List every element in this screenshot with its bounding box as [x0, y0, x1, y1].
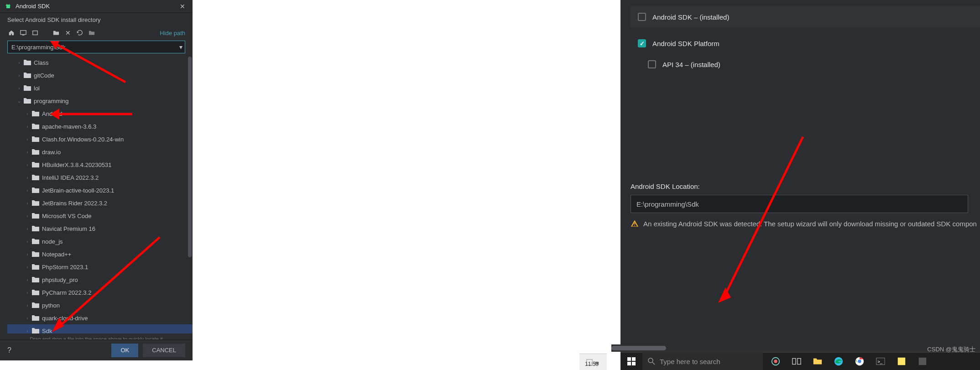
- chevron-right-icon[interactable]: ›: [24, 252, 31, 257]
- folder-icon: [32, 110, 39, 117]
- chevron-down-icon[interactable]: ⌄: [16, 99, 23, 104]
- chevron-right-icon[interactable]: ›: [24, 150, 31, 155]
- app-terminal-icon[interactable]: >_: [871, 352, 891, 370]
- tree-item[interactable]: ›IntelliJ IDEA 2022.3.2: [7, 171, 193, 184]
- new-folder-icon[interactable]: [52, 29, 60, 37]
- chevron-right-icon[interactable]: ›: [24, 316, 31, 321]
- sdk-component-row[interactable]: Android SDK Platform: [631, 33, 980, 54]
- app-generic-icon[interactable]: [912, 352, 933, 370]
- tree-item[interactable]: ›lol: [7, 82, 193, 94]
- checkbox[interactable]: [638, 39, 646, 47]
- svg-point-11: [648, 358, 653, 363]
- tree-item-label: Android: [42, 110, 63, 117]
- tree-item[interactable]: ›Class: [7, 56, 193, 69]
- checkbox[interactable]: [638, 13, 646, 21]
- sdk-components-panel: Android SDK – (installed)Android SDK Pla…: [620, 0, 980, 360]
- chevron-right-icon[interactable]: ›: [24, 290, 31, 295]
- tree-item[interactable]: ›JetBrain-active-tooll-2023.1: [7, 184, 193, 197]
- chevron-right-icon[interactable]: ›: [24, 111, 31, 116]
- tree-item[interactable]: ›Notepad++: [7, 248, 193, 261]
- cancel-button[interactable]: CANCEL: [143, 344, 185, 357]
- sdk-component-row[interactable]: Android SDK – (installed): [631, 6, 980, 27]
- chevron-down-icon[interactable]: ▾: [179, 43, 182, 51]
- chevron-right-icon[interactable]: ›: [24, 188, 31, 193]
- watermark: CSDN @鬼鬼骑士: [927, 345, 975, 354]
- chevron-right-icon[interactable]: ›: [24, 328, 31, 334]
- warning-row: An existing Android SDK was detected. Th…: [631, 219, 980, 228]
- path-input[interactable]: [7, 41, 185, 53]
- svg-rect-16: [798, 359, 801, 365]
- chevron-right-icon[interactable]: ›: [24, 265, 31, 270]
- delete-icon[interactable]: ✕: [64, 29, 72, 37]
- tree-item[interactable]: ›JetBrains Rider 2022.3.2: [7, 197, 193, 209]
- tree-item-label: apache-maven-3.6.3: [42, 123, 96, 130]
- sdk-location-input[interactable]: [631, 195, 968, 213]
- tree-item[interactable]: ›Sdk: [7, 324, 193, 334]
- folder-icon: [32, 225, 39, 232]
- tree-item[interactable]: ›Clash.for.Windows-0.20.24-win: [7, 133, 193, 146]
- chevron-right-icon[interactable]: ›: [24, 303, 31, 308]
- search-icon: [648, 358, 655, 365]
- tree-item[interactable]: ›PhpStorm 2023.1: [7, 261, 193, 273]
- chevron-right-icon[interactable]: ›: [24, 162, 31, 167]
- chevron-right-icon[interactable]: ›: [16, 86, 23, 91]
- chevron-right-icon[interactable]: ›: [24, 214, 31, 219]
- app-explorer-icon[interactable]: [808, 352, 828, 370]
- sdk-component-row[interactable]: API 34 – (installed): [631, 54, 980, 75]
- tree-item[interactable]: ⌄programming: [7, 94, 193, 107]
- home-icon[interactable]: [7, 29, 16, 37]
- show-hidden-icon[interactable]: [88, 29, 96, 37]
- project-icon[interactable]: [31, 29, 39, 37]
- tree-item[interactable]: ›Microsoft VS Code: [7, 209, 193, 222]
- chevron-right-icon[interactable]: ›: [24, 239, 31, 244]
- app-chrome-icon[interactable]: [850, 352, 870, 370]
- chevron-right-icon[interactable]: ›: [24, 277, 31, 282]
- folder-icon: [32, 162, 39, 168]
- dialog-title: Android SDK: [16, 3, 177, 10]
- svg-rect-23: [919, 358, 927, 365]
- android-icon: [5, 3, 12, 10]
- svg-rect-9: [627, 362, 631, 365]
- chevron-right-icon[interactable]: ›: [24, 137, 31, 142]
- app-copilot-icon[interactable]: [766, 352, 786, 370]
- tree-item[interactable]: ›HBuilderX.3.8.4.20230531: [7, 158, 193, 171]
- tree-item[interactable]: ›phpstudy_pro: [7, 273, 193, 286]
- chevron-right-icon[interactable]: ›: [24, 124, 31, 129]
- svg-rect-7: [627, 357, 631, 361]
- tree-item-label: PyCharm 2022.3.2: [42, 289, 91, 296]
- tree-item-label: draw.io: [42, 149, 61, 156]
- chevron-right-icon[interactable]: ›: [24, 201, 31, 206]
- chevron-right-icon[interactable]: ›: [24, 226, 31, 231]
- tree-item[interactable]: ›draw.io: [7, 146, 193, 158]
- tree-item[interactable]: ›Navicat Premium 16: [7, 222, 193, 235]
- tree-item-label: Navicat Premium 16: [42, 225, 95, 232]
- right-panel-hscroll[interactable]: [611, 344, 980, 352]
- hide-path-link[interactable]: Hide path: [160, 30, 185, 36]
- desktop-icon[interactable]: [19, 29, 27, 37]
- refresh-icon[interactable]: [76, 29, 84, 37]
- app-sticky-icon[interactable]: [891, 352, 912, 370]
- chevron-right-icon[interactable]: ›: [16, 60, 23, 65]
- ok-button[interactable]: OK: [111, 344, 138, 357]
- app-edge-icon[interactable]: [829, 352, 849, 370]
- tree-item[interactable]: ›quark-cloud-drive: [7, 312, 193, 324]
- chevron-right-icon[interactable]: ›: [16, 73, 23, 78]
- tree-scrollbar[interactable]: [187, 57, 192, 325]
- svg-rect-2: [33, 31, 38, 35]
- tree-item[interactable]: ›Android: [7, 107, 193, 120]
- close-icon[interactable]: ✕: [177, 3, 188, 10]
- help-icon[interactable]: ?: [7, 346, 11, 354]
- tree-item[interactable]: ›python: [7, 299, 193, 312]
- tree-item-label: PhpStorm 2023.1: [42, 264, 88, 271]
- app-taskview-icon[interactable]: [787, 352, 807, 370]
- tree-item[interactable]: ›gitCode: [7, 69, 193, 82]
- tree-item-label: node_js: [42, 238, 63, 245]
- tree-item[interactable]: ›apache-maven-3.6.3: [7, 120, 193, 133]
- windows-start-button[interactable]: [620, 352, 642, 370]
- chevron-right-icon[interactable]: ›: [24, 175, 31, 180]
- tree-item[interactable]: ›node_js: [7, 235, 193, 248]
- tree-item[interactable]: ›PyCharm 2022.3.2: [7, 286, 193, 299]
- checkbox[interactable]: [648, 60, 656, 68]
- folder-tree[interactable]: ›Class›gitCode›lol⌄programming›Android›a…: [0, 55, 193, 334]
- taskbar-search[interactable]: Type here to search: [642, 352, 763, 370]
